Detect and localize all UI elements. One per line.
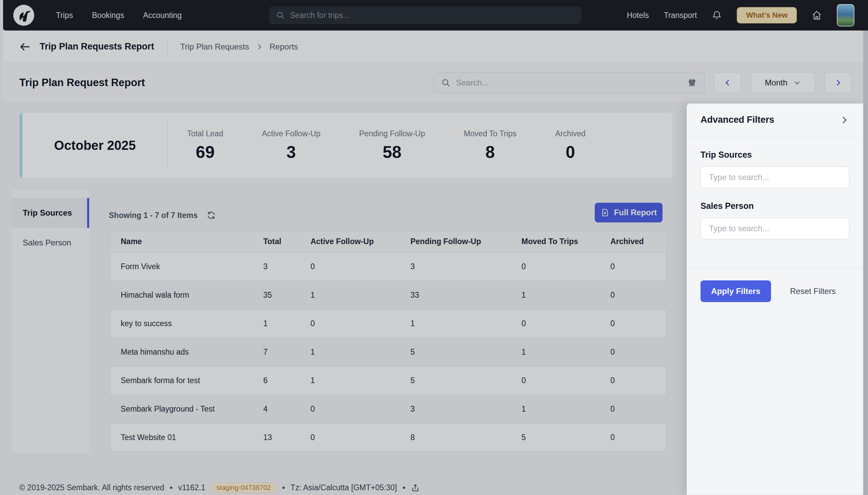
drawer-title: Advanced Filters — [700, 115, 775, 125]
apply-filters-button[interactable]: Apply Filters — [700, 280, 771, 302]
trip-sources-filter-input[interactable] — [700, 167, 849, 188]
filter-label-trip-sources: Trip Sources — [700, 150, 849, 160]
filter-trip-sources: Trip Sources — [700, 150, 849, 188]
drawer-actions: Apply Filters Reset Filters — [687, 268, 863, 314]
filter-sales-person: Sales Person — [700, 201, 849, 239]
drawer-header: Advanced Filters — [687, 104, 863, 136]
reset-filters-button[interactable]: Reset Filters — [790, 287, 836, 296]
sales-person-filter-input[interactable] — [700, 218, 849, 239]
advanced-filters-drawer: Advanced Filters Trip Sources Sales Pers… — [686, 103, 863, 495]
drawer-body: Trip Sources Sales Person — [687, 136, 863, 253]
collapse-drawer-chevron-icon[interactable] — [839, 115, 849, 125]
drawer-bottom-divider — [687, 472, 863, 472]
filter-label-sales-person: Sales Person — [700, 201, 849, 211]
